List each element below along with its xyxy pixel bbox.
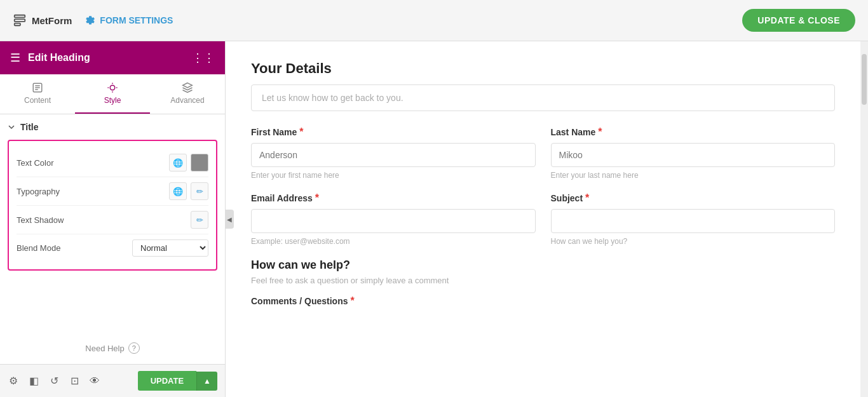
layers-icon[interactable]: ◧	[28, 375, 39, 387]
collapse-arrow[interactable]: ◀	[225, 210, 234, 229]
form-title: Your Details	[251, 60, 835, 77]
tab-content[interactable]: Content	[0, 74, 75, 114]
last-name-input[interactable]	[551, 143, 836, 167]
update-arrow-button[interactable]: ▲	[196, 372, 217, 391]
blend-mode-label: Blend Mode	[17, 243, 60, 253]
first-name-required: *	[299, 126, 303, 138]
form-settings-button[interactable]: FORM SETTINGS	[85, 15, 173, 26]
sidebar-header: ☰ Edit Heading ⋮⋮	[0, 41, 225, 74]
main-layout: ☰ Edit Heading ⋮⋮ Content Style	[0, 41, 868, 397]
typography-global-button[interactable]: 🌐	[169, 182, 187, 200]
last-name-required: *	[598, 126, 602, 138]
form-row-2: Email Address * Example: user@website.co…	[251, 192, 835, 246]
tab-content-label: Content	[24, 96, 51, 105]
sidebar: ☰ Edit Heading ⋮⋮ Content Style	[0, 41, 226, 397]
bottom-icons: ⚙ ◧ ↺ ⊡ 👁	[8, 375, 100, 387]
typography-edit-button[interactable]: ✏	[191, 182, 208, 200]
svg-rect-1	[15, 19, 25, 22]
comments-label: Comments / Questions *	[251, 295, 835, 307]
text-shadow-edit-button[interactable]: ✏	[191, 211, 208, 229]
update-close-button[interactable]: UPDATE & CLOSE	[742, 9, 855, 32]
sidebar-header-left: ☰ Edit Heading	[10, 51, 90, 65]
first-name-input[interactable]	[251, 143, 536, 167]
last-name-field: Last Name * Enter your last name here	[551, 126, 836, 180]
form-subtitle-text: Let us know how to get back to you.	[262, 93, 403, 103]
form-subtitle: Let us know how to get back to you.	[251, 84, 835, 111]
subject-label: Subject *	[551, 192, 836, 204]
tab-style[interactable]: Style	[75, 74, 150, 114]
need-help-section: Need Help ?	[0, 332, 225, 364]
scrollbar-thumb[interactable]	[862, 54, 867, 105]
form-row-1: First Name * Enter your first name here …	[251, 126, 835, 180]
comments-required: *	[350, 295, 354, 307]
text-color-label: Text Color	[17, 158, 54, 168]
section-title-bar: Title	[8, 122, 217, 132]
sidebar-content: Title Text Color 🌐 Typography 🌐 ✏	[0, 114, 225, 332]
tab-advanced-label: Advanced	[170, 96, 204, 105]
svg-point-4	[110, 85, 115, 90]
history-icon[interactable]: ↺	[48, 375, 60, 387]
style-icon	[107, 82, 118, 93]
main-content: Your Details Let us know how to get back…	[226, 41, 860, 397]
subject-hint: How can we help you?	[551, 237, 836, 246]
email-field: Email Address * Example: user@website.co…	[251, 192, 536, 246]
grid-icon[interactable]: ⋮⋮	[192, 51, 215, 65]
sidebar-tabs: Content Style Advanced	[0, 74, 225, 114]
blend-mode-row: Blend Mode Normal Multiply Screen Overla…	[17, 234, 208, 262]
text-color-swatch[interactable]	[191, 154, 208, 172]
tab-style-label: Style	[104, 96, 121, 105]
advanced-icon	[182, 82, 193, 93]
form-settings-label: FORM SETTINGS	[100, 15, 173, 25]
subject-input[interactable]	[551, 209, 836, 233]
subject-required: *	[585, 192, 589, 204]
content-icon	[32, 82, 43, 93]
subject-field: Subject * How can we help you?	[551, 192, 836, 246]
email-hint: Example: user@website.com	[251, 237, 536, 246]
text-color-controls: 🌐	[169, 154, 208, 172]
sidebar-title: Edit Heading	[28, 52, 90, 64]
typography-row: Typography 🌐 ✏	[17, 177, 208, 206]
scrollbar-track[interactable]	[860, 41, 868, 397]
text-shadow-row: Text Shadow ✏	[17, 206, 208, 234]
typography-label: Typography	[17, 187, 60, 196]
email-label: Email Address *	[251, 192, 536, 204]
title-properties-section: Text Color 🌐 Typography 🌐 ✏ T	[8, 140, 217, 271]
text-shadow-controls: ✏	[191, 211, 208, 229]
help-icon[interactable]: ?	[128, 342, 140, 354]
text-color-global-button[interactable]: 🌐	[169, 154, 187, 172]
email-input[interactable]	[251, 209, 536, 233]
update-group: UPDATE ▲	[138, 371, 217, 391]
chevron-down-icon	[8, 123, 15, 131]
last-name-hint: Enter your last name here	[551, 171, 836, 180]
svg-rect-0	[15, 15, 25, 18]
section-title: Title	[20, 122, 39, 132]
update-button[interactable]: UPDATE	[138, 371, 196, 391]
responsive-icon[interactable]: ⊡	[69, 375, 80, 387]
tab-advanced[interactable]: Advanced	[150, 74, 225, 114]
metform-icon	[13, 13, 27, 27]
first-name-field: First Name * Enter your first name here	[251, 126, 536, 180]
section2-subheading: Feel free to ask a question or simply le…	[251, 276, 835, 285]
preview-icon[interactable]: 👁	[89, 375, 100, 387]
hamburger-icon[interactable]: ☰	[10, 51, 20, 65]
blend-mode-controls: Normal Multiply Screen Overlay	[132, 239, 208, 257]
first-name-label: First Name *	[251, 126, 536, 138]
metform-logo-text: MetForm	[32, 15, 72, 26]
first-name-hint: Enter your first name here	[251, 171, 536, 180]
text-color-row: Text Color 🌐	[17, 149, 208, 177]
top-bar: MetForm FORM SETTINGS UPDATE & CLOSE	[0, 0, 868, 41]
email-required: *	[315, 192, 319, 204]
blend-mode-select[interactable]: Normal Multiply Screen Overlay	[132, 239, 208, 257]
top-bar-left: MetForm FORM SETTINGS	[13, 13, 173, 27]
section2-heading: How can we help?	[251, 259, 835, 272]
gear-icon	[85, 15, 96, 26]
last-name-label: Last Name *	[551, 126, 836, 138]
bottom-toolbar: ⚙ ◧ ↺ ⊡ 👁 UPDATE ▲	[0, 364, 225, 397]
text-shadow-label: Text Shadow	[17, 215, 64, 225]
metform-logo: MetForm	[13, 13, 72, 27]
need-help-label: Need Help	[85, 344, 124, 353]
settings-icon[interactable]: ⚙	[8, 375, 19, 387]
typography-controls: 🌐 ✏	[169, 182, 208, 200]
svg-rect-2	[15, 24, 20, 26]
